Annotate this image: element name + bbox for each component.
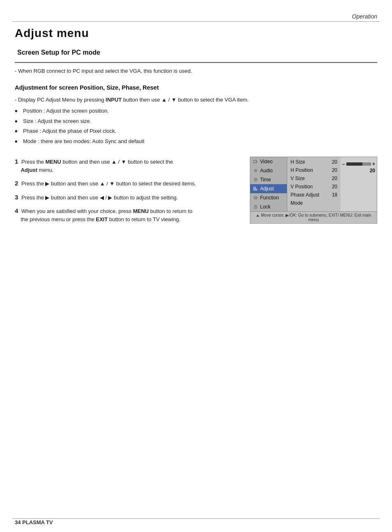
slider-plus: + bbox=[372, 161, 375, 167]
menu-item-audio[interactable]: Audio bbox=[250, 166, 287, 175]
section2-heading: Adjustment for screen Position, Size, Ph… bbox=[15, 84, 377, 91]
operation-label: Operation bbox=[352, 13, 377, 20]
page-title: Adjust menu bbox=[15, 27, 377, 40]
slider-fill bbox=[346, 162, 362, 166]
vpos-value: 20 bbox=[327, 184, 337, 190]
video-icon bbox=[253, 159, 258, 164]
svg-rect-0 bbox=[254, 160, 256, 163]
slider-track bbox=[346, 162, 371, 166]
center-item-vsize: V Size 20 bbox=[287, 174, 341, 183]
steps-list: 1 Press the MENU button and then use ▲ /… bbox=[15, 157, 238, 228]
menu-item-lock[interactable]: Lock bbox=[250, 202, 287, 211]
center-item-vpos: V Position 20 bbox=[287, 183, 341, 191]
menu-item-adjust[interactable]: Adjust bbox=[250, 184, 287, 193]
tv-menu-inner: Video Audio Time bbox=[250, 157, 377, 211]
bullet-1: Position : Adjust the screen position. bbox=[15, 107, 377, 115]
menu-item-video[interactable]: Video bbox=[250, 157, 287, 166]
section1-heading: Screen Setup for PC mode bbox=[15, 49, 377, 56]
tv-menu-center: H Size 20 H Position 20 V Size 20 V Po bbox=[287, 157, 341, 211]
svg-point-3 bbox=[255, 170, 256, 171]
step-1-menu-bold: MENU bbox=[45, 159, 61, 165]
menu-time-label: Time bbox=[260, 177, 271, 183]
page-footer: 34 PLASMA TV bbox=[15, 519, 53, 525]
svg-rect-8 bbox=[254, 189, 257, 190]
display-instruction: - Display PC Adjust Menu by pressing INP… bbox=[15, 96, 377, 104]
phase-label: Phase Adjust bbox=[291, 192, 327, 198]
step-3: 3 Press the ▶ button and then use ◀ / ▶ … bbox=[15, 192, 238, 202]
step-2: 2 Press the ▶ button and then use ▲ / ▼ … bbox=[15, 178, 238, 188]
tv-menu: Video Audio Time bbox=[250, 157, 377, 224]
input-bold: INPUT bbox=[106, 97, 122, 103]
top-rule bbox=[12, 21, 380, 22]
step-3-number: 3 bbox=[15, 194, 18, 201]
hsize-value: 20 bbox=[327, 159, 337, 165]
center-item-hpos: H Position 20 bbox=[287, 166, 341, 174]
hpos-label: H Position bbox=[291, 167, 327, 173]
vsize-label: V Size bbox=[291, 176, 327, 181]
slider-minus: – bbox=[342, 161, 345, 167]
svg-rect-7 bbox=[254, 187, 256, 189]
menu-audio-label: Audio bbox=[260, 168, 273, 173]
page: Operation Adjust menu Screen Setup for P… bbox=[0, 0, 392, 532]
bullet-2: Size : Adjust the screen size. bbox=[15, 117, 377, 125]
menu-lock-label: Lock bbox=[260, 204, 270, 210]
bullet-3: Phase : Adjust the phase of Pixel clock. bbox=[15, 127, 377, 135]
center-item-phase: Phase Adjust 18 bbox=[287, 191, 341, 199]
phase-value: 18 bbox=[327, 192, 337, 198]
function-icon bbox=[253, 195, 258, 201]
step-4-number: 4 bbox=[15, 207, 18, 214]
tv-menu-right: – + 20 bbox=[341, 157, 377, 211]
tv-menu-footer: ▲ Move cursor, ▶/OK: Go to submenu, EXIT… bbox=[250, 211, 377, 223]
lock-icon bbox=[253, 204, 258, 210]
menu-function-label: Function bbox=[260, 195, 279, 201]
tv-menu-footer-text: ▲ Move cursor, ▶/OK: Go to submenu, EXIT… bbox=[256, 213, 371, 222]
operation-header: Operation bbox=[352, 13, 377, 20]
slider: – + bbox=[342, 161, 375, 167]
step-1-adjust-bold: Adjust bbox=[21, 167, 37, 173]
hpos-value: 20 bbox=[327, 167, 337, 173]
step-4: 4 When you are satisfied with your choic… bbox=[15, 206, 238, 224]
center-item-hsize: H Size 20 bbox=[287, 158, 341, 166]
step-1-number: 1 bbox=[15, 158, 18, 165]
step-1: 1 Press the MENU button and then use ▲ /… bbox=[15, 157, 238, 174]
svg-rect-11 bbox=[254, 207, 257, 208]
time-icon bbox=[253, 177, 258, 183]
step-4-menu-bold: MENU bbox=[133, 208, 149, 214]
menu-item-time[interactable]: Time bbox=[250, 175, 287, 184]
vsize-value: 20 bbox=[327, 176, 337, 181]
vpos-label: V Position bbox=[291, 184, 327, 190]
svg-marker-1 bbox=[256, 161, 258, 162]
bullet-4: Mode : there are two modes: Auto Sync an… bbox=[15, 137, 377, 146]
bottom-rule bbox=[12, 518, 380, 519]
tv-menu-left: Video Audio Time bbox=[250, 157, 287, 211]
section1-heading-wrapper: Screen Setup for PC mode bbox=[15, 49, 377, 63]
steps-section: 1 Press the MENU button and then use ▲ /… bbox=[15, 157, 377, 228]
audio-icon bbox=[253, 168, 258, 173]
step-4-exit-bold: EXIT bbox=[96, 216, 108, 222]
menu-item-function[interactable]: Function bbox=[250, 193, 287, 202]
main-content: Adjust menu Screen Setup for PC mode - W… bbox=[15, 27, 377, 228]
center-item-mode: Mode bbox=[287, 199, 341, 207]
section1-intro: - When RGB connect to PC input and selec… bbox=[15, 67, 377, 75]
mode-value bbox=[327, 200, 337, 206]
slider-value: 20 bbox=[342, 168, 375, 173]
menu-video-label: Video bbox=[260, 159, 272, 164]
menu-adjust-label: Adjust bbox=[260, 186, 274, 192]
mode-label: Mode bbox=[291, 200, 327, 206]
step-2-number: 2 bbox=[15, 180, 18, 187]
adjust-icon bbox=[253, 186, 258, 192]
hsize-label: H Size bbox=[291, 159, 327, 165]
